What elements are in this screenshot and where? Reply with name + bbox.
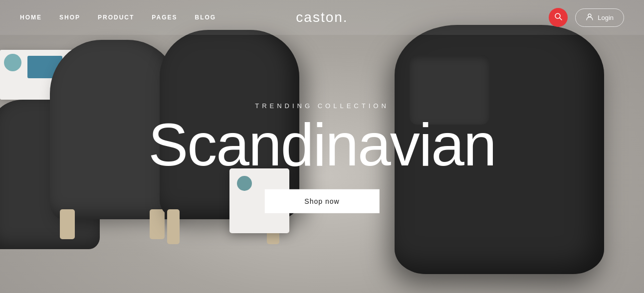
- shop-now-button[interactable]: Shop now: [264, 189, 379, 213]
- hero-title: Scandinavian: [148, 115, 496, 174]
- hero-subtitle: TRENDING COLLECTION: [148, 102, 496, 110]
- user-icon: [586, 13, 594, 22]
- search-icon: [554, 12, 562, 22]
- login-label: Login: [598, 14, 614, 21]
- nav-home[interactable]: HOME: [20, 14, 42, 21]
- login-button[interactable]: Login: [575, 8, 624, 27]
- nav-pages[interactable]: PAGES: [152, 14, 177, 21]
- search-button[interactable]: [549, 8, 568, 27]
- site-logo[interactable]: caston.: [296, 9, 348, 25]
- svg-point-2: [588, 14, 591, 17]
- nav-shop[interactable]: SHOP: [59, 14, 80, 21]
- nav-links-left: HOME SHOP PRODUCT PAGES BLOG: [20, 14, 216, 21]
- nav-actions: Login: [549, 8, 624, 27]
- svg-line-1: [560, 18, 562, 20]
- nav-product[interactable]: PRODUCT: [98, 14, 134, 21]
- main-navigation: HOME SHOP PRODUCT PAGES BLOG caston. Log…: [0, 0, 644, 35]
- hero-content: TRENDING COLLECTION Scandinavian Shop no…: [148, 102, 496, 213]
- nav-blog[interactable]: BLOG: [195, 14, 216, 21]
